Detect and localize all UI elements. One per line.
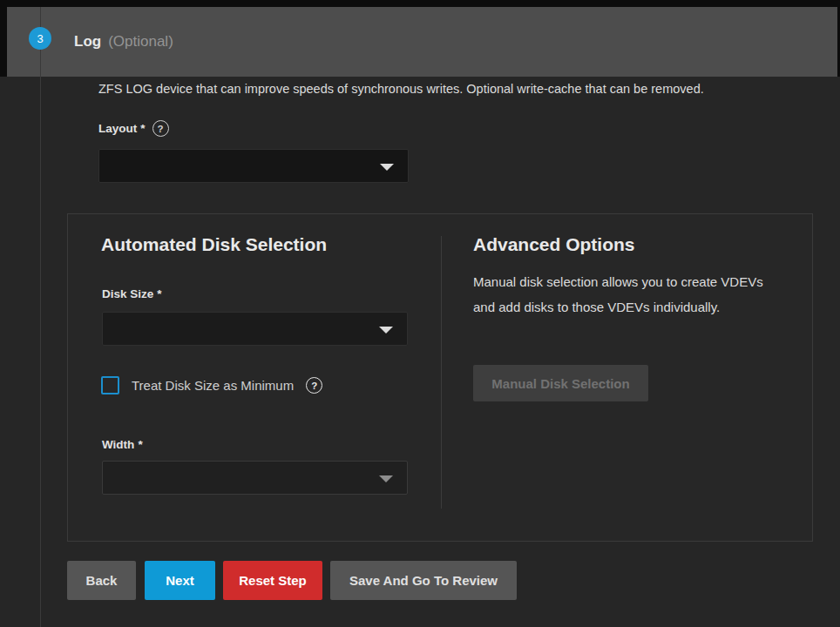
treat-min-label: Treat Disk Size as Minimum xyxy=(132,378,294,393)
wizard-step-log: Log (Optional) 3 ZFS LOG device that can… xyxy=(0,0,840,627)
disk-size-field-label: Disk Size* xyxy=(102,287,162,300)
required-marker: * xyxy=(140,122,145,135)
layout-select[interactable] xyxy=(98,149,409,183)
step-number-badge: 3 xyxy=(29,27,51,50)
width-field-label: Width* xyxy=(102,438,143,451)
chevron-down-icon xyxy=(379,327,393,334)
step-content: ZFS LOG device that can improve speeds o… xyxy=(0,77,840,627)
layout-help-icon[interactable]: ? xyxy=(152,120,169,137)
width-select[interactable] xyxy=(102,461,408,495)
required-marker: * xyxy=(157,287,161,300)
step-description: ZFS LOG device that can improve speeds o… xyxy=(98,82,813,96)
chevron-down-icon xyxy=(379,475,393,482)
step-title-text: Log xyxy=(74,33,101,51)
disk-size-label-text: Disk Size xyxy=(102,287,153,300)
width-label-text: Width xyxy=(102,438,134,451)
layout-label-text: Layout xyxy=(98,122,137,135)
column-divider xyxy=(441,236,442,509)
advanced-section-heading: Advanced Options xyxy=(473,234,635,255)
step-title: Log (Optional) xyxy=(74,7,173,77)
treat-min-row: Treat Disk Size as Minimum ? xyxy=(101,376,322,394)
step-optional-text: (Optional) xyxy=(108,33,173,51)
back-button[interactable]: Back xyxy=(67,561,136,600)
disk-size-select[interactable] xyxy=(102,312,408,346)
layout-field-label: Layout* ? xyxy=(98,120,169,137)
treat-min-help-icon[interactable]: ? xyxy=(306,377,322,394)
manual-disk-selection-button[interactable]: Manual Disk Selection xyxy=(473,365,648,401)
required-marker: * xyxy=(138,438,142,451)
disk-selection-panel: Automated Disk Selection Disk Size* Trea… xyxy=(67,213,813,542)
stepper-connector-line xyxy=(40,7,41,627)
automated-section-heading: Automated Disk Selection xyxy=(101,234,327,255)
step-header[interactable]: Log (Optional) xyxy=(7,7,837,77)
reset-step-button[interactable]: Reset Step xyxy=(223,561,322,600)
next-button[interactable]: Next xyxy=(145,561,215,600)
chevron-down-icon xyxy=(380,164,394,171)
treat-disk-size-checkbox[interactable] xyxy=(101,376,119,394)
save-and-go-to-review-button[interactable]: Save And Go To Review xyxy=(330,561,517,600)
advanced-description: Manual disk selection allows you to crea… xyxy=(473,269,769,320)
